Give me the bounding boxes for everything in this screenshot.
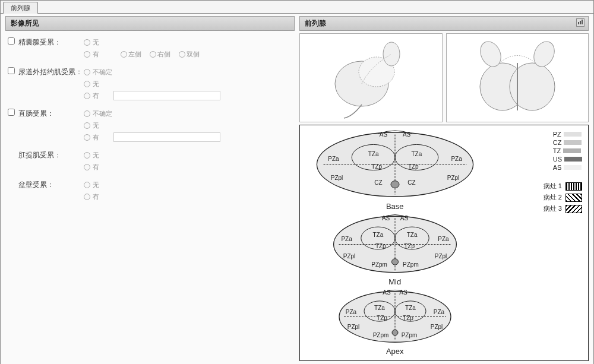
slice-mid[interactable]: ASASTZaTZaTZpTZpPZaPZaPZplPZplPZpmPZpm — [330, 213, 460, 276]
svg-point-5 — [383, 42, 400, 66]
lesion-swatch — [565, 194, 582, 202]
option-label: 无 — [93, 151, 99, 160]
option-label: 无 — [93, 121, 99, 130]
radio[interactable] — [84, 69, 90, 75]
tab-prostate[interactable]: 前列腺 — [3, 2, 38, 14]
anatomy-images — [299, 33, 589, 122]
findings-header: 影像所见 — [5, 16, 295, 31]
slice-apex[interactable]: ASASTZaTZaTZpTZpPZaPZaPZplPZplPZpmPZpm — [336, 289, 454, 345]
tab-bar: 前列腺 — [1, 1, 593, 14]
svg-text:TZa: TZa — [368, 151, 378, 157]
svg-text:CZ: CZ — [407, 179, 415, 186]
svg-text:TZp: TZp — [377, 315, 387, 321]
svg-text:TZa: TZa — [374, 305, 385, 311]
lesion-legend: 病灶 1病灶 2病灶 3 — [544, 182, 582, 216]
svg-text:TZp: TZp — [375, 243, 386, 249]
row-label: 直肠受累： — [18, 108, 84, 119]
option-label: 无 — [93, 181, 99, 189]
radio[interactable] — [84, 51, 90, 58]
chart-icon[interactable] — [576, 18, 584, 27]
row-checkbox[interactable] — [8, 37, 15, 45]
svg-text:TZa: TZa — [372, 232, 383, 238]
form-row: 盆壁受累：无有 — [8, 178, 292, 204]
radio[interactable] — [84, 81, 90, 87]
lesion-label: 病灶 1 — [544, 182, 562, 191]
slice-label: Apex — [386, 347, 404, 356]
row-checkbox[interactable] — [8, 109, 15, 116]
right-panel: 前列腺 — [299, 16, 589, 361]
slice-base[interactable]: ASASTZaTZaTZpTZpPZaPZaPZplPZplCZCZ — [312, 129, 478, 200]
row-label: 盆壁受累： — [18, 179, 84, 190]
option-label: 有 — [93, 163, 99, 172]
option-label: 左侧 — [128, 50, 141, 59]
form-row: 尿道外括约肌受累：不确定无有 — [8, 65, 292, 103]
radio[interactable] — [84, 194, 90, 200]
row-label: 肛提肌受累： — [18, 150, 84, 160]
lesion-swatch — [565, 205, 582, 213]
radio[interactable] — [84, 110, 90, 117]
diagram-header: 前列腺 — [299, 16, 589, 31]
anatomy-coronal[interactable] — [446, 33, 589, 122]
radio[interactable] — [84, 182, 90, 188]
svg-text:AS: AS — [379, 131, 387, 138]
anatomy-oblique[interactable] — [299, 33, 443, 122]
findings-title: 影像所见 — [11, 19, 39, 27]
svg-text:TZp: TZp — [371, 163, 382, 170]
lesion-label: 病灶 3 — [544, 204, 562, 213]
main-window: 前列腺 影像所见 精囊腺受累：无有左侧右侧双侧尿道外括约肌受累：不确定无有直肠受… — [0, 0, 594, 364]
content-area: 影像所见 精囊腺受累：无有左侧右侧双侧尿道外括约肌受累：不确定无有直肠受累：不确… — [1, 14, 593, 364]
svg-text:PZa: PZa — [451, 156, 462, 162]
svg-text:PZpm: PZpm — [371, 261, 387, 268]
zone-diagram: PZCZTZUSAS 病灶 1病灶 2病灶 3 ASASTZaTZaTZpTZp… — [299, 125, 589, 361]
option-label: 无 — [93, 38, 99, 47]
svg-text:PZpl: PZpl — [347, 324, 359, 330]
radio[interactable] — [84, 164, 90, 170]
left-panel: 影像所见 精囊腺受累：无有左侧右侧双侧尿道外括约肌受累：不确定无有直肠受累：不确… — [5, 16, 295, 361]
svg-text:AS: AS — [382, 215, 390, 221]
svg-text:CZ: CZ — [374, 179, 382, 186]
row-label: 精囊腺受累： — [18, 37, 84, 48]
svg-text:AS: AS — [400, 215, 408, 221]
form-row: 肛提肌受累：无有 — [8, 148, 292, 175]
svg-text:PZa: PZa — [328, 156, 339, 162]
option-label: 无 — [93, 80, 99, 88]
findings-form: 精囊腺受累：无有左侧右侧双侧尿道外括约肌受累：不确定无有直肠受累：不确定无有肛提… — [5, 31, 295, 213]
svg-text:TZa: TZa — [406, 232, 417, 238]
svg-text:AS: AS — [399, 289, 407, 296]
form-row: 精囊腺受累：无有左侧右侧双侧 — [8, 36, 292, 62]
radio[interactable] — [84, 134, 90, 141]
lesion-swatch — [565, 182, 582, 191]
svg-text:TZp: TZp — [403, 315, 413, 321]
slice-label: Base — [386, 202, 404, 211]
row-checkbox[interactable] — [8, 67, 15, 74]
svg-text:PZpm: PZpm — [372, 332, 388, 338]
form-row: 直肠受累：不确定无有 — [8, 107, 292, 145]
svg-text:PZa: PZa — [434, 309, 445, 315]
svg-text:AS: AS — [403, 131, 411, 138]
svg-text:TZa: TZa — [405, 305, 416, 311]
svg-text:TZp: TZp — [404, 243, 415, 249]
svg-text:TZp: TZp — [408, 163, 419, 170]
svg-text:PZpm: PZpm — [403, 261, 419, 268]
radio[interactable] — [84, 93, 90, 99]
text-input[interactable] — [113, 132, 220, 142]
svg-rect-2 — [582, 20, 583, 24]
radio[interactable] — [121, 51, 127, 58]
radio[interactable] — [179, 51, 185, 58]
svg-text:PZa: PZa — [346, 309, 357, 315]
text-input[interactable] — [113, 91, 220, 100]
radio[interactable] — [150, 51, 156, 58]
radio[interactable] — [84, 122, 90, 129]
radio[interactable] — [84, 39, 90, 46]
option-label: 右侧 — [157, 50, 170, 59]
svg-text:PZa: PZa — [341, 236, 352, 242]
option-label: 双侧 — [187, 50, 200, 59]
svg-point-16 — [391, 181, 399, 188]
option-label: 有 — [93, 133, 99, 142]
svg-text:PZpm: PZpm — [401, 332, 417, 338]
svg-point-52 — [392, 330, 398, 335]
svg-text:PZpl: PZpl — [330, 175, 343, 181]
lesion-label: 病灶 2 — [544, 193, 562, 202]
radio[interactable] — [84, 152, 90, 159]
diagram-title: 前列腺 — [305, 19, 326, 27]
